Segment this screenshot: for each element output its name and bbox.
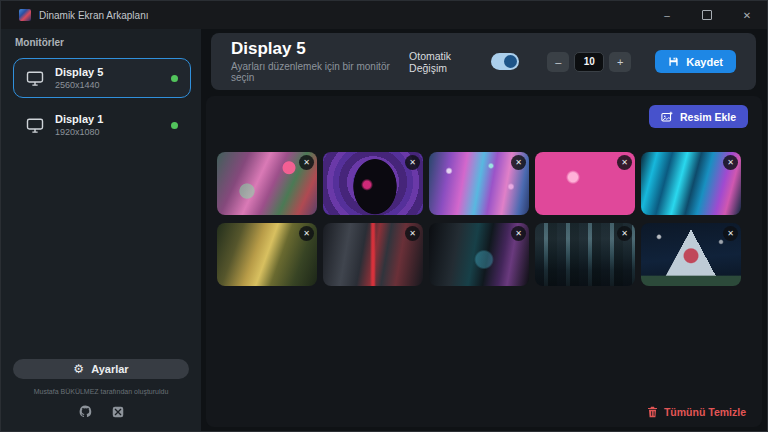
monitors-header: Monitörler: [15, 37, 201, 48]
wallpaper-thumbnail-night-street-car[interactable]: ✕: [429, 223, 529, 286]
interval-stepper: – 10 +: [547, 52, 631, 72]
status-dot: [171, 75, 178, 82]
increase-button[interactable]: +: [609, 52, 631, 72]
page-title: Display 5: [231, 40, 409, 57]
remove-wallpaper-button[interactable]: ✕: [511, 155, 526, 170]
wallpaper-thumbnail-teal-skyline[interactable]: ✕: [535, 223, 635, 286]
titlebar: Dinamik Ekran Arkaplanı – ✕: [1, 1, 767, 29]
monitor-list: Display 52560x1440Display 11920x1080: [1, 58, 201, 145]
window-controls: – ✕: [647, 1, 767, 29]
save-icon: [668, 56, 679, 67]
sidebar: Monitörler Display 52560x1440Display 119…: [1, 29, 201, 431]
interval-value[interactable]: 10: [574, 52, 604, 72]
monitor-text: Display 52560x1440: [55, 66, 103, 90]
maximize-button[interactable]: [687, 1, 727, 29]
app-icon: [19, 9, 31, 21]
monitor-settings-header: Display 5 Ayarları düzenlemek için bir m…: [211, 33, 756, 90]
wallpaper-thumbnail-neon-diagonal-towers[interactable]: ✕: [641, 152, 741, 215]
add-image-button[interactable]: Resim Ekle: [649, 105, 748, 128]
settings-button[interactable]: ⚙ Ayarlar: [13, 359, 189, 379]
monitor-item[interactable]: Display 52560x1440: [13, 58, 191, 98]
wallpaper-thumbnail-goggles-portrait[interactable]: ✕: [535, 152, 635, 215]
settings-label: Ayarlar: [91, 363, 129, 375]
wallpaper-thumbnail-triangle-figure-stars[interactable]: ✕: [641, 223, 741, 286]
header-titles: Display 5 Ayarları düzenlemek için bir m…: [231, 40, 409, 83]
main-area: Display 5 Ayarları düzenlemek için bir m…: [201, 29, 767, 431]
app-title: Dinamik Ekran Arkaplanı: [39, 10, 149, 21]
add-image-label: Resim Ekle: [680, 111, 736, 123]
remove-wallpaper-button[interactable]: ✕: [299, 226, 314, 241]
app-window: Dinamik Ekran Arkaplanı – ✕ Monitörler D…: [0, 0, 768, 432]
monitor-resolution: 2560x1440: [55, 80, 103, 90]
remove-wallpaper-button[interactable]: ✕: [723, 226, 738, 241]
header-controls: Otomatik Değişim – 10 + Kaydet: [409, 50, 736, 74]
remove-wallpaper-button[interactable]: ✕: [617, 155, 632, 170]
wallpaper-grid: ✕✕✕✕✕✕✕✕✕✕: [217, 152, 741, 286]
remove-wallpaper-button[interactable]: ✕: [299, 155, 314, 170]
wallpaper-thumbnail-purple-rings-headphones[interactable]: ✕: [323, 152, 423, 215]
monitor-name: Display 1: [55, 113, 103, 125]
trash-icon: [647, 406, 658, 418]
wallpaper-thumbnail-cyberpunk-collage-girl[interactable]: ✕: [217, 152, 317, 215]
clear-all-button[interactable]: Tümünü Temizle: [647, 406, 746, 418]
save-label: Kaydet: [686, 56, 723, 68]
remove-wallpaper-button[interactable]: ✕: [511, 226, 526, 241]
monitor-text: Display 11920x1080: [55, 113, 103, 137]
monitor-icon: [26, 118, 44, 133]
monitor-resolution: 1920x1080: [55, 127, 103, 137]
add-image-icon: [661, 111, 673, 123]
monitor-name: Display 5: [55, 66, 103, 78]
wallpaper-thumbnail-neon-city-bokeh[interactable]: ✕: [429, 152, 529, 215]
minimize-button[interactable]: –: [647, 1, 687, 29]
maximize-icon: [702, 10, 712, 20]
auto-change-label: Otomatik Değişim: [409, 50, 483, 74]
remove-wallpaper-button[interactable]: ✕: [723, 155, 738, 170]
save-button[interactable]: Kaydet: [655, 50, 736, 73]
monitor-icon: [26, 71, 44, 86]
credits-text: Mustafa BÜKÜLMEZ tarafından oluşturuldu: [1, 388, 201, 395]
auto-change-toggle[interactable]: [491, 53, 519, 70]
close-button[interactable]: ✕: [727, 1, 767, 29]
monitor-item[interactable]: Display 11920x1080: [13, 105, 191, 145]
remove-wallpaper-button[interactable]: ✕: [405, 226, 420, 241]
clear-all-label: Tümünü Temizle: [664, 406, 746, 418]
gear-icon: ⚙: [73, 363, 84, 375]
github-icon[interactable]: [79, 405, 92, 418]
page-subtitle: Ayarları düzenlemek için bir monitör seç…: [231, 61, 409, 83]
x-social-icon[interactable]: [112, 406, 124, 418]
decrease-button[interactable]: –: [547, 52, 569, 72]
status-dot: [171, 122, 178, 129]
remove-wallpaper-button[interactable]: ✕: [405, 155, 420, 170]
wallpaper-thumbnail-yellow-green-alley[interactable]: ✕: [217, 223, 317, 286]
social-links: [1, 405, 201, 418]
remove-wallpaper-button[interactable]: ✕: [617, 226, 632, 241]
toggle-knob: [504, 55, 517, 68]
wallpapers-panel: Resim Ekle ✕✕✕✕✕✕✕✕✕✕ Tümünü Temizle: [206, 96, 762, 427]
wallpaper-thumbnail-red-neon-overpass[interactable]: ✕: [323, 223, 423, 286]
